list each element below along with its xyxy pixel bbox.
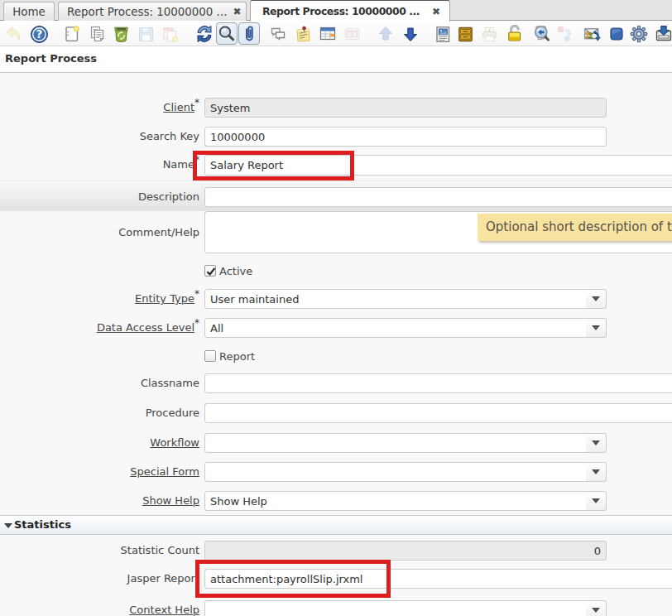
field-row-context-help: Context Help xyxy=(0,600,672,616)
procedure-field[interactable] xyxy=(204,403,672,423)
special-form-dropdown-button[interactable] xyxy=(586,462,607,482)
workflow-button[interactable] xyxy=(582,23,602,45)
detail-grid-icon xyxy=(343,25,362,44)
tab-home[interactable]: Home xyxy=(3,2,55,21)
archive-icon xyxy=(456,25,475,44)
attachment-button[interactable] xyxy=(238,22,260,45)
special-form-field[interactable] xyxy=(204,462,587,482)
close-tab-icon[interactable]: ✖ xyxy=(233,7,241,17)
report-button[interactable] xyxy=(433,23,453,45)
show-help-dropdown-button[interactable] xyxy=(586,491,607,511)
archive-button[interactable] xyxy=(455,23,475,45)
label-text: Description xyxy=(138,190,199,203)
help-icon: ? xyxy=(30,25,49,44)
workflow-label: Workflow xyxy=(0,433,199,453)
tab-report-process-1[interactable]: Report Process: 10000000 ... ✖ xyxy=(58,2,247,21)
field-row-active: Active xyxy=(204,264,252,277)
requests-button[interactable] xyxy=(554,23,574,45)
statistics-group-label: Statistics xyxy=(14,516,71,534)
field-row-report: Report xyxy=(204,349,255,363)
lock-icon xyxy=(506,24,526,44)
jasper-report-label: Jasper Report xyxy=(0,569,199,589)
lock-button[interactable] xyxy=(506,23,526,45)
label-text: Procedure xyxy=(146,407,199,419)
delete-record-button[interactable] xyxy=(111,23,131,45)
save-create-new-button[interactable] xyxy=(160,23,180,45)
post-it-note-icon xyxy=(294,25,313,44)
workflow-field[interactable] xyxy=(204,433,587,453)
collapse-triangle-icon xyxy=(4,523,12,528)
save-button[interactable] xyxy=(136,23,156,45)
product-info-button[interactable] xyxy=(607,23,626,45)
statistic-count-field[interactable] xyxy=(204,541,607,561)
copy-record-button[interactable] xyxy=(87,23,107,45)
context-help-field[interactable] xyxy=(204,600,587,616)
name-label: Name* xyxy=(0,155,199,175)
comment-help-label: Comment/Help xyxy=(0,211,199,253)
zoom-across-button[interactable] xyxy=(532,23,552,45)
active-label: Active xyxy=(219,265,252,277)
svg-text:?: ? xyxy=(36,27,42,41)
tab-label: Home xyxy=(12,6,46,18)
data-access-level-combobox xyxy=(204,318,607,338)
data-access-level-dropdown-button[interactable] xyxy=(586,318,607,338)
help-button[interactable]: ? xyxy=(29,23,49,45)
requests-icon xyxy=(554,24,574,44)
report-icon xyxy=(434,25,453,44)
close-tab-icon[interactable]: ✖ xyxy=(432,7,440,17)
print-button[interactable] xyxy=(479,23,499,45)
dropdown-arrow-icon xyxy=(592,469,600,474)
field-row-search-key: Search Key xyxy=(0,127,672,147)
search-key-field[interactable] xyxy=(204,127,607,147)
client-field[interactable] xyxy=(204,98,607,118)
classname-field[interactable] xyxy=(204,373,672,393)
show-help-combobox xyxy=(204,491,607,511)
field-row-special-form: Special Form xyxy=(0,462,672,482)
export-button[interactable] xyxy=(654,23,672,45)
classname-label: Classname xyxy=(0,373,199,393)
description-field[interactable] xyxy=(204,187,672,207)
field-row-classname: Classname xyxy=(0,373,672,393)
save-icon xyxy=(137,25,156,44)
tab-strip: Home Report Process: 10000000 ... ✖ Repo… xyxy=(0,0,672,21)
special-form-label: Special Form xyxy=(0,462,199,482)
tab-report-process-2[interactable]: Report Process: 10000000 ... ✖ xyxy=(250,0,450,22)
post-it-note-button[interactable] xyxy=(293,23,313,45)
chat-icon xyxy=(268,24,288,44)
report-checkbox[interactable] xyxy=(204,350,216,362)
data-access-level-field[interactable] xyxy=(204,318,587,338)
active-checkbox[interactable] xyxy=(204,265,216,277)
parent-record-button[interactable] xyxy=(376,23,396,45)
detail-grid-button[interactable] xyxy=(342,23,362,45)
entity-type-field[interactable] xyxy=(204,289,587,309)
context-help-dropdown-button[interactable] xyxy=(586,600,607,616)
statistics-group-header[interactable]: Statistics xyxy=(0,515,672,535)
undo-icon xyxy=(4,25,22,43)
context-help-label: Context Help xyxy=(0,600,199,616)
special-form-combobox xyxy=(204,462,607,482)
chat-button[interactable] xyxy=(268,23,288,45)
export-icon xyxy=(654,24,672,44)
data-access-level-label: Data Access Level* xyxy=(0,318,199,338)
undo-button[interactable] xyxy=(3,23,23,45)
label-text: Workflow xyxy=(150,436,199,449)
new-record-button[interactable] xyxy=(62,23,82,45)
process-button[interactable] xyxy=(629,23,649,45)
workflow-dropdown-button[interactable] xyxy=(586,433,607,453)
field-row-show-help: Show Help xyxy=(0,491,672,511)
description-label: Description xyxy=(0,187,199,207)
entity-type-dropdown-button[interactable] xyxy=(586,289,607,309)
procedure-label: Procedure xyxy=(0,403,199,423)
description-tooltip: Optional short description of the record xyxy=(478,214,672,241)
annotation-box-jasper xyxy=(195,560,391,598)
show-help-field[interactable] xyxy=(204,491,587,511)
detail-record-button[interactable] xyxy=(401,23,420,45)
workflow-combobox xyxy=(204,433,607,453)
parent-record-icon xyxy=(376,24,396,44)
label-text: Jasper Report xyxy=(127,572,199,585)
dropdown-arrow-icon xyxy=(592,296,600,301)
grid-toggle-button[interactable] xyxy=(318,23,338,45)
refresh-button[interactable] xyxy=(194,23,214,45)
workflow-icon xyxy=(582,24,602,44)
find-button[interactable] xyxy=(216,22,238,45)
